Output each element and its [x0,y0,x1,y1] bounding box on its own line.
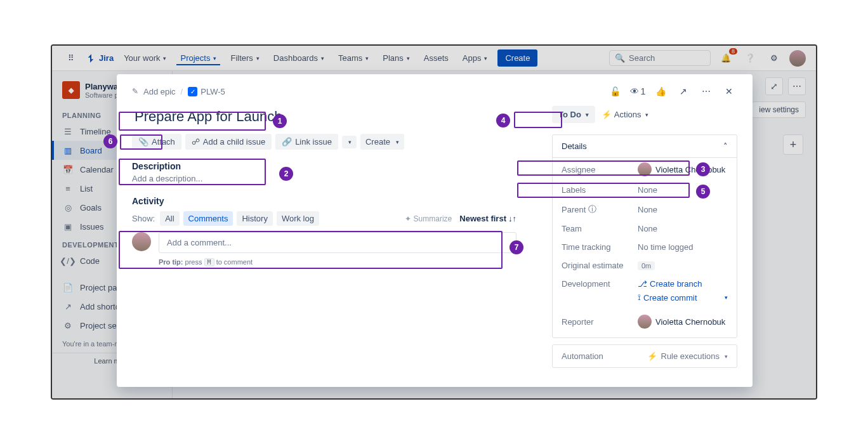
pro-tip: Pro tip: press M to comment [159,258,516,266]
bolt-icon: ⚡ [602,110,612,119]
development-label: Development [562,279,638,289]
estimate-label: Original estimate [562,261,638,270]
attach-button[interactable]: 📎Attach [132,134,181,150]
vote-icon[interactable]: 👍 [652,83,669,100]
add-column-button[interactable]: + [783,134,803,155]
nav-teams[interactable]: Teams▾ [334,51,372,65]
nav-apps[interactable]: Apps▾ [459,51,492,65]
status-dropdown[interactable]: To Do▾ [552,106,595,123]
edit-icon: ✎ [132,87,138,96]
team-value[interactable]: None [638,224,728,233]
create-commit-link[interactable]: ⟟Create commit▾ [638,292,728,303]
more-icon[interactable]: ⋯ [788,77,806,95]
estimate-value[interactable]: 0m [638,261,728,270]
code-icon: ❮/❯ [62,255,74,266]
summarize-button[interactable]: ✦Summarize [401,213,456,225]
nav-dashboards[interactable]: Dashboards▾ [270,51,328,65]
project-icon: ◆ [62,81,80,99]
parent-value[interactable]: None [638,205,728,214]
nav-projects[interactable]: Projects▾ [176,51,220,65]
automation-panel[interactable]: Automation ⚡Rule executions▾ [552,344,737,368]
goals-icon: ◎ [62,202,74,213]
ai-icon: ✦ [405,214,411,223]
add-epic-link[interactable]: Add epic [143,87,176,96]
chevron-up-icon: ˄ [723,141,728,151]
create-dropdown-button[interactable]: Create▾ [360,134,404,150]
list-icon: ≡ [62,183,74,194]
notifications-icon[interactable]: 🔔8 [717,49,735,67]
tab-worklog[interactable]: Work log [277,211,319,226]
child-issue-icon: ☍ [192,137,200,147]
app-switcher-icon[interactable]: ⠿ [62,49,80,67]
chevron-down-icon: ▾ [725,294,728,301]
shortcut-icon: ↗ [62,301,74,312]
more-actions-icon[interactable]: ⋯ [698,83,714,100]
nav-filters[interactable]: Filters▾ [227,51,263,65]
link-dropdown[interactable]: ▾ [342,136,357,148]
add-child-issue-button[interactable]: ☍Add a child issue [185,134,272,150]
jira-logo[interactable]: Jira [86,53,114,63]
attach-icon: 📎 [138,137,148,147]
sort-icon: ↓↑ [508,214,516,223]
share-icon[interactable]: ↗ [675,83,692,100]
show-label: Show: [132,214,155,223]
issue-key[interactable]: ✓ PLW-5 [188,87,225,96]
bolt-icon: ⚡ [647,351,657,361]
commit-icon: ⟟ [638,292,641,303]
time-tracking-value[interactable]: No time logged [638,242,728,252]
comment-input[interactable]: Add a comment... [159,232,516,253]
assignee-avatar [638,162,652,176]
nav-your-work[interactable]: Your work▾ [120,51,170,65]
lock-icon[interactable]: 🔓 [607,83,623,100]
activity-label: Activity [132,196,516,206]
time-tracking-label: Time tracking [562,242,638,252]
gear-icon: ⚙ [62,320,74,331]
info-icon: ⓘ [588,204,596,215]
details-toggle[interactable]: Details ˄ [553,135,737,158]
branch-icon: ⎇ [638,279,647,289]
link-icon: 🔗 [282,137,292,147]
issue-title[interactable]: Prepare App for Launch [132,106,516,127]
assignee-label: Assignee [562,165,638,174]
reporter-value[interactable]: Violetta Chernobuk [638,315,728,329]
close-icon[interactable]: ✕ [721,83,737,100]
settings-icon[interactable]: ⚙ [765,49,783,67]
user-avatar [132,232,151,251]
assignee-value[interactable]: Violetta Chernobuk [638,162,728,176]
search-input[interactable]: 🔍 Search [609,50,711,66]
pages-icon: 📄 [62,282,74,293]
create-button[interactable]: Create [497,49,537,67]
labels-value[interactable]: None [638,185,728,195]
reporter-label: Reporter [562,317,638,327]
help-icon[interactable]: ❔ [741,49,759,67]
timeline-icon: ☰ [62,126,74,137]
tab-all[interactable]: All [160,211,179,226]
issues-icon: ▣ [62,221,74,232]
watch-button[interactable]: 👁 1 [629,83,646,100]
details-panel: Details ˄ Assignee Violetta Chernobuk La… [552,134,737,338]
tab-history[interactable]: History [237,211,272,226]
reporter-avatar [638,315,652,329]
search-icon: 🔍 [615,53,625,63]
issue-modal: ✎ Add epic / ✓ PLW-5 🔓 👁 1 👍 ↗ ⋯ ✕ Prepa… [117,74,753,387]
top-navigation: ⠿ Jira Your work▾ Projects▾ Filters▾ Das… [52,46,816,71]
calendar-icon: 📅 [62,164,74,175]
nav-plans[interactable]: Plans▾ [379,51,414,65]
parent-label: Parentⓘ [562,204,638,215]
nav-assets[interactable]: Assets [420,51,452,65]
expand-icon[interactable]: ⤢ [765,77,783,95]
description-label: Description [132,161,516,171]
view-settings-button[interactable]: iew settings [752,101,806,118]
team-label: Team [562,224,638,233]
labels-label: Labels [562,185,638,195]
tab-comments[interactable]: Comments [183,211,233,226]
board-icon: ▥ [62,145,74,156]
description-field[interactable]: Add a description... [132,174,516,183]
task-type-icon: ✓ [188,87,197,96]
create-branch-link[interactable]: ⎇Create branch [638,279,702,289]
sort-button[interactable]: Newest first ↓↑ [459,214,516,223]
actions-dropdown[interactable]: ⚡Actions▾ [602,110,648,119]
link-issue-button[interactable]: 🔗Link issue [275,134,338,150]
profile-avatar[interactable] [789,50,806,67]
